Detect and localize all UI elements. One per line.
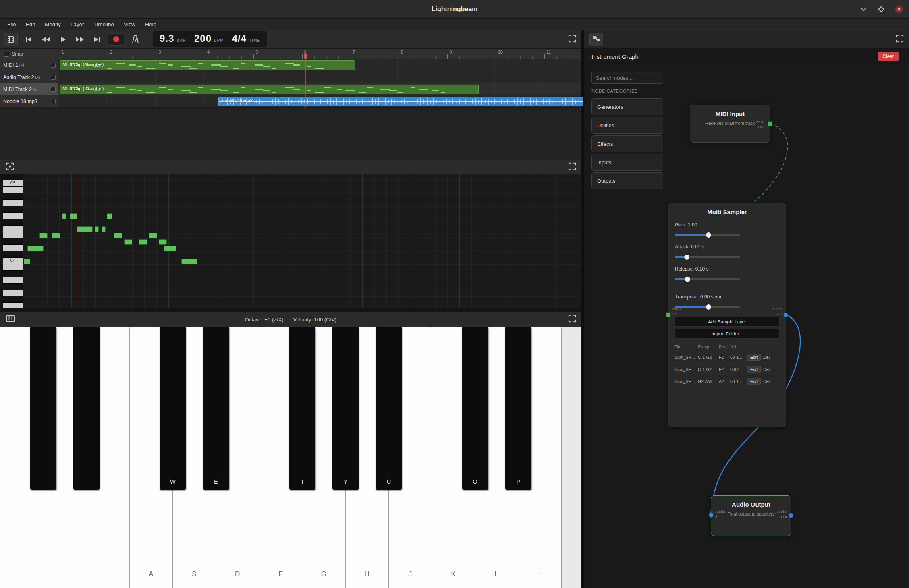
- delete-button[interactable]: Del: [761, 366, 772, 373]
- midi-clip[interactable]: MIDI Clip (21 notes): [60, 85, 479, 94]
- roll-key[interactable]: [3, 271, 23, 277]
- slider-thumb[interactable]: [706, 232, 711, 238]
- midi-note[interactable]: [39, 233, 48, 238]
- metronome-icon[interactable]: [130, 34, 141, 45]
- black-key[interactable]: Y: [332, 327, 359, 490]
- skip-end-button[interactable]: [91, 34, 102, 45]
- roll-key[interactable]: [3, 213, 23, 219]
- add-sample-layer-button[interactable]: Add Sample Layer: [674, 317, 780, 327]
- category-generators[interactable]: Generators: [591, 98, 663, 115]
- midi-note[interactable]: [181, 259, 197, 264]
- fast-forward-button[interactable]: [74, 34, 85, 45]
- track-header-3[interactable]: MIDI Track 2[A]: [0, 83, 58, 95]
- minimize-icon[interactable]: [859, 5, 868, 14]
- midi-note[interactable]: [95, 226, 99, 232]
- roll-key[interactable]: [3, 238, 23, 245]
- close-icon[interactable]: [894, 5, 903, 14]
- snap-checkbox[interactable]: [4, 52, 9, 57]
- play-button[interactable]: [57, 34, 68, 45]
- midi-note[interactable]: [114, 233, 122, 238]
- roll-key[interactable]: C4: [3, 258, 23, 264]
- category-utilities[interactable]: Utilities: [591, 117, 663, 134]
- roll-key[interactable]: [3, 303, 23, 308]
- slider-thumb[interactable]: [706, 304, 711, 310]
- menu-modify[interactable]: Modify: [40, 19, 66, 30]
- slider-thumb[interactable]: [685, 277, 690, 282]
- piano-roll-expand-icon[interactable]: [568, 162, 577, 172]
- menu-edit[interactable]: Edit: [21, 19, 40, 30]
- midi-note[interactable]: [159, 239, 167, 245]
- piano-roll-grid[interactable]: [23, 174, 581, 308]
- white-key[interactable]: [562, 327, 581, 588]
- midi-note[interactable]: [164, 246, 176, 251]
- param-slider[interactable]: [675, 232, 740, 238]
- menu-layer[interactable]: Layer: [66, 19, 89, 30]
- record-button[interactable]: [108, 33, 124, 46]
- roll-key[interactable]: [3, 219, 23, 226]
- track-header-2[interactable]: Audio Track 2[A]: [0, 71, 58, 83]
- midi-note[interactable]: [27, 246, 44, 251]
- category-effects[interactable]: Effects: [591, 135, 663, 152]
- roll-key[interactable]: [3, 206, 23, 213]
- midi-note[interactable]: [77, 226, 93, 232]
- audio-out-port[interactable]: [789, 513, 793, 518]
- black-key[interactable]: [30, 327, 56, 490]
- node-multi-sampler[interactable]: Multi Sampler Gain: 1.00Attack: 0.01 sRe…: [668, 203, 786, 427]
- roll-key[interactable]: [3, 187, 23, 193]
- black-key[interactable]: U: [376, 327, 402, 490]
- black-key[interactable]: P: [505, 327, 531, 490]
- roll-key[interactable]: [3, 245, 23, 251]
- roll-key[interactable]: [3, 226, 23, 232]
- audio-out-port[interactable]: [783, 313, 788, 317]
- search-input[interactable]: [591, 72, 663, 84]
- black-key[interactable]: T: [289, 327, 315, 490]
- graph-canvas[interactable]: NODE CATEGORIES GeneratorsUtilitiesEffec…: [584, 64, 909, 588]
- delete-button[interactable]: Del: [761, 354, 772, 360]
- category-outputs[interactable]: Outputs: [591, 172, 663, 189]
- roll-key[interactable]: [3, 277, 23, 284]
- edit-button[interactable]: Edit: [747, 378, 761, 385]
- import-folder-button[interactable]: Import Folder...: [674, 329, 780, 339]
- param-slider[interactable]: [675, 276, 740, 282]
- track-checkbox[interactable]: [51, 87, 56, 92]
- skip-start-button[interactable]: [23, 34, 35, 45]
- piano-roll-resize-icon[interactable]: [6, 162, 15, 172]
- menu-view[interactable]: View: [119, 19, 140, 30]
- delete-button[interactable]: Del: [761, 378, 772, 385]
- roll-key[interactable]: [3, 296, 23, 303]
- keyboard-expand-icon[interactable]: [568, 314, 577, 325]
- edit-button[interactable]: Edit: [747, 366, 761, 373]
- midi-in-port[interactable]: [666, 312, 671, 317]
- track-checkbox[interactable]: [51, 75, 56, 80]
- midi-note[interactable]: [102, 226, 106, 232]
- playhead-marker[interactable]: [304, 54, 307, 59]
- track-checkbox[interactable]: [51, 99, 56, 104]
- rewind-button[interactable]: [40, 34, 52, 45]
- track-header-1[interactable]: MIDI 1[A]: [0, 59, 58, 71]
- roll-key[interactable]: [3, 290, 23, 296]
- midi-note[interactable]: [149, 233, 157, 238]
- timeline-ruler[interactable]: 1234567891011 Snap: [0, 49, 581, 59]
- menu-file[interactable]: File: [2, 19, 21, 30]
- midi-out-port[interactable]: [768, 121, 772, 126]
- roll-key[interactable]: [3, 193, 23, 200]
- node-graph-icon[interactable]: [589, 33, 603, 46]
- roll-key[interactable]: [3, 174, 23, 180]
- midi-note[interactable]: [62, 213, 66, 219]
- param-slider[interactable]: [675, 254, 740, 260]
- node-midi-input[interactable]: MIDI Input Receives MIDI from track MIDI…: [690, 105, 770, 143]
- midi-note[interactable]: [52, 233, 60, 238]
- audio-clip[interactable]: Noodle 18.mp3: [218, 97, 583, 106]
- slider-thumb[interactable]: [684, 255, 689, 260]
- panel-divider[interactable]: [581, 30, 584, 588]
- roll-key[interactable]: [3, 264, 23, 271]
- edit-button[interactable]: Edit: [747, 354, 761, 361]
- roll-key[interactable]: [3, 251, 23, 258]
- track-lane[interactable]: [58, 71, 581, 83]
- black-key[interactable]: E: [203, 327, 229, 490]
- midi-note[interactable]: [124, 239, 132, 245]
- black-key[interactable]: O: [462, 327, 488, 490]
- midi-note[interactable]: [139, 239, 147, 245]
- track-checkbox[interactable]: [51, 63, 56, 68]
- time-signature[interactable]: 4/4: [232, 33, 247, 44]
